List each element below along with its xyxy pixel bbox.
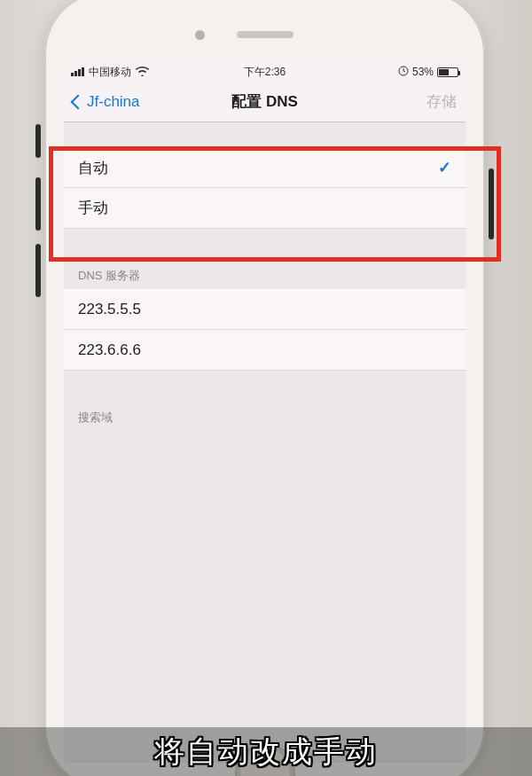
dns-mode-auto-row[interactable]: 自动 ✓ <box>64 147 466 188</box>
earpiece-speaker <box>237 31 293 38</box>
dns-server-row[interactable]: 223.5.5.5 <box>64 289 466 330</box>
dns-servers-header: DNS 服务器 <box>64 261 466 289</box>
dns-server-value: 223.5.5.5 <box>78 301 141 318</box>
back-button[interactable]: Jf-china <box>73 93 140 111</box>
content-area: 自动 ✓ 手动 DNS 服务器 223.5.5.5 223.6.6.6 搜索域 <box>64 122 466 763</box>
clock-label: 下午2:36 <box>244 65 286 80</box>
back-label: Jf-china <box>87 93 140 111</box>
battery-pct-label: 53% <box>412 66 434 78</box>
rotation-lock-icon <box>398 66 409 79</box>
dns-server-row[interactable]: 223.6.6.6 <box>64 330 466 371</box>
dns-mode-auto-label: 自动 <box>78 158 108 178</box>
power-button <box>489 169 494 239</box>
search-domains-group: 搜索域 <box>64 403 466 431</box>
page-title: 配置 DNS <box>231 91 298 112</box>
save-button[interactable]: 存储 <box>426 91 457 112</box>
chevron-left-icon <box>71 94 86 109</box>
mute-switch <box>35 124 41 158</box>
dns-server-value: 223.6.6.6 <box>78 341 141 359</box>
carrier-label: 中国移动 <box>89 65 131 80</box>
dns-mode-manual-row[interactable]: 手动 <box>64 188 466 229</box>
front-camera <box>195 30 205 40</box>
subtitle-overlay: 将自动改成手动 <box>0 727 532 776</box>
phone-frame: 中国移动 下午2:36 53% Jf-china 配置 DNS 存储 <box>44 0 485 776</box>
wifi-icon <box>136 67 149 78</box>
volume-up-button <box>35 177 41 231</box>
search-domains-header: 搜索域 <box>64 403 466 431</box>
dns-mode-manual-label: 手动 <box>78 198 108 218</box>
subtitle-text: 将自动改成手动 <box>154 732 378 772</box>
checkmark-icon: ✓ <box>438 158 451 177</box>
dns-mode-group: 自动 ✓ 手动 <box>64 147 466 229</box>
status-bar: 中国移动 下午2:36 53% <box>64 62 466 82</box>
cell-signal-icon <box>71 67 84 76</box>
nav-bar: Jf-china 配置 DNS 存储 <box>64 82 466 122</box>
dns-servers-group: DNS 服务器 223.5.5.5 223.6.6.6 <box>64 261 466 371</box>
battery-icon <box>437 67 458 77</box>
screen: 中国移动 下午2:36 53% Jf-china 配置 DNS 存储 <box>64 62 466 763</box>
volume-down-button <box>35 244 41 297</box>
